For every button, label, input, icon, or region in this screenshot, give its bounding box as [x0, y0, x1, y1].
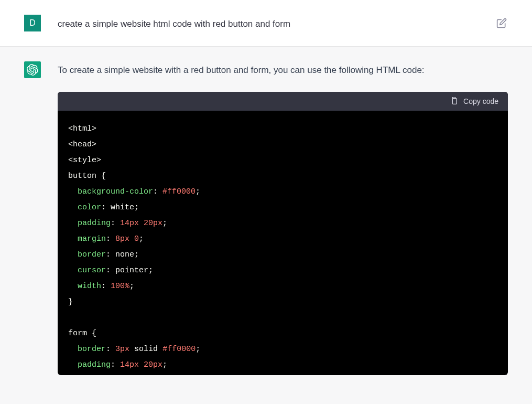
code-block-header: Copy code — [58, 92, 508, 111]
code-block: Copy code <html> <head> <style> button {… — [58, 92, 508, 375]
edit-icon — [496, 18, 507, 28]
user-avatar-letter: D — [29, 18, 36, 28]
copy-code-button[interactable]: Copy code — [450, 97, 498, 105]
code-line: <html> — [68, 121, 497, 137]
code-line: background-color: #ff0000; — [68, 184, 497, 200]
code-line: color: white; — [68, 200, 497, 216]
assistant-message-row: To create a simple website with a red bu… — [0, 47, 532, 375]
code-line: padding: 14px 20px; — [68, 357, 497, 373]
user-avatar: D — [24, 15, 41, 31]
code-line: <head> — [68, 137, 497, 153]
copy-code-label: Copy code — [463, 97, 498, 105]
assistant-avatar — [24, 61, 41, 78]
openai-logo-icon — [27, 64, 38, 76]
assistant-content: To create a simple website with a red bu… — [58, 61, 508, 375]
code-line: } — [68, 294, 497, 310]
code-line: form { — [68, 326, 497, 342]
code-line: padding: 14px 20px; — [68, 216, 497, 231]
code-line: cursor: pointer; — [68, 263, 497, 279]
user-message-row: D create a simple website html code with… — [0, 0, 532, 47]
code-line — [68, 310, 497, 326]
code-line: button { — [68, 168, 497, 184]
code-body: <html> <head> <style> button { backgroun… — [58, 111, 508, 375]
code-line: margin: 8px 0; — [68, 231, 497, 247]
code-line: border: 3px solid #ff0000; — [68, 342, 497, 357]
assistant-message-text: To create a simple website with a red bu… — [58, 61, 508, 79]
user-message-text: create a simple website html code with r… — [58, 15, 479, 31]
code-line: width: 100%; — [68, 279, 497, 294]
code-line: border: none; — [68, 247, 497, 263]
edit-button[interactable] — [495, 17, 508, 29]
code-line: <style> — [68, 153, 497, 168]
svg-rect-0 — [452, 99, 457, 104]
clipboard-icon — [450, 97, 458, 105]
